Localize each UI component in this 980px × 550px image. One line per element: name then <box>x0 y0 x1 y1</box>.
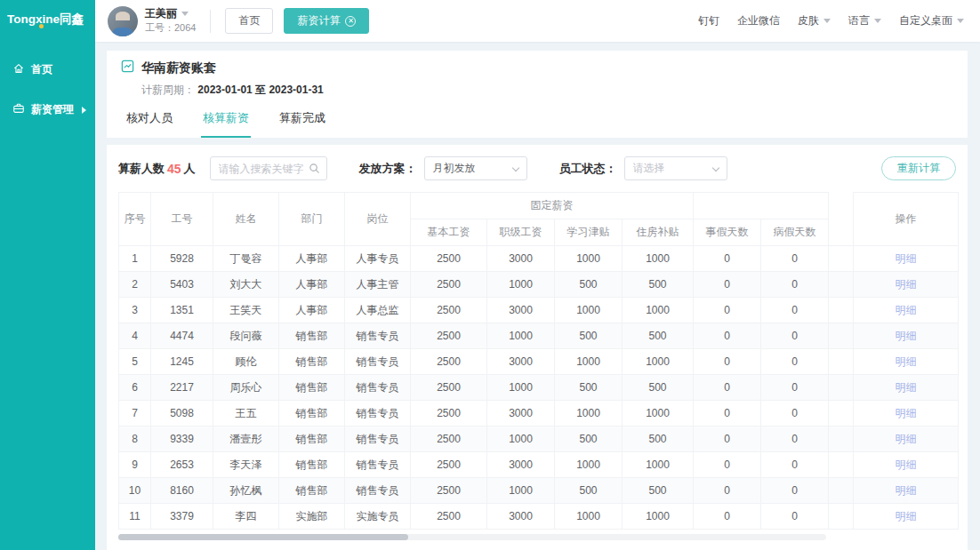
cell-姓名: 周乐心 <box>213 375 279 401</box>
cell-事假天数: 0 <box>694 452 761 478</box>
logo-accent-dot <box>39 24 44 28</box>
filler-cell <box>829 246 854 272</box>
table-row: 62217周乐心销售部销售专员2500100050050000明细 <box>119 375 959 401</box>
cell-学习津贴: 1000 <box>555 452 623 478</box>
user-name: 王美丽 <box>145 7 177 20</box>
cell-事假天数: 0 <box>694 349 761 375</box>
nav-tab-home[interactable]: 首页 <box>225 8 273 34</box>
user-block[interactable]: 王美丽 工号：2064 <box>145 7 196 35</box>
cell-学习津贴: 1000 <box>555 349 623 375</box>
filler-cell <box>829 298 854 323</box>
payroll-header-card: 华南薪资账套 计薪周期： 2023-01-01 至 2023-01-31 核对人… <box>107 51 968 138</box>
search-icon[interactable] <box>309 162 320 178</box>
tab-check-personnel[interactable]: 核对人员 <box>125 108 174 138</box>
cell-住房补贴: 1000 <box>623 298 694 323</box>
cell-岗位: 销售专员 <box>345 375 411 401</box>
detail-link[interactable]: 明细 <box>896 304 917 316</box>
user-avatar[interactable] <box>108 6 138 36</box>
close-icon[interactable]: ✕ <box>345 16 356 27</box>
sidebar-item-salary-management[interactable]: 薪资管理 <box>0 94 95 125</box>
cell-岗位: 销售专员 <box>345 426 411 452</box>
detail-link[interactable]: 明细 <box>896 484 917 497</box>
detail-link[interactable]: 明细 <box>896 355 917 368</box>
menu-item-skin[interactable]: 皮肤 <box>798 13 831 28</box>
cell-工号: 1351 <box>151 298 213 323</box>
menu-item-dingtalk[interactable]: 钉钉 <box>698 13 719 28</box>
cell-姓名: 李四 <box>213 504 279 530</box>
tab-salary-complete[interactable]: 算薪完成 <box>277 108 327 138</box>
cell-工号: 5098 <box>151 401 213 426</box>
filler-cell <box>829 478 854 504</box>
cell-姓名: 刘大大 <box>213 272 279 298</box>
cell-事假天数: 0 <box>694 375 761 401</box>
menu-item-wechat-work[interactable]: 企业微信 <box>737 13 780 28</box>
table-row: 25403刘大大人事部人事主管2500100050050000明细 <box>119 272 959 298</box>
cell-职级工资: 1000 <box>487 426 555 452</box>
cell-病假天数: 0 <box>761 298 829 323</box>
cell-序号: 3 <box>119 298 151 323</box>
app-window: Tongxine同鑫 首页 薪资管理 王美丽 <box>0 0 980 550</box>
page-title: 华南薪资账套 <box>141 60 216 76</box>
cell-部门: 销售部 <box>279 452 345 478</box>
cell-序号: 2 <box>119 272 151 298</box>
col-操作: 操作 <box>854 193 959 246</box>
cell-岗位: 人事专员 <box>345 246 411 272</box>
cell-姓名: 王笑天 <box>213 298 279 323</box>
cell-部门: 销售部 <box>279 401 345 426</box>
payout-plan-value: 月初发放 <box>433 161 476 176</box>
chevron-right-icon <box>82 107 86 114</box>
col-group-fixed-salary: 固定薪资 <box>411 193 694 219</box>
cell-病假天数: 0 <box>761 375 829 401</box>
cell-住房补贴: 1000 <box>623 452 694 478</box>
cell-姓名: 王五 <box>213 401 279 426</box>
chevron-down-icon <box>511 164 518 171</box>
detail-link[interactable]: 明细 <box>896 278 917 291</box>
nav-tab-salary-calc[interactable]: 薪资计算 ✕ <box>284 8 369 34</box>
cell-职级工资: 3000 <box>487 401 555 426</box>
employee-status-select[interactable]: 请选择 <box>624 156 727 180</box>
detail-link[interactable]: 明细 <box>896 381 917 394</box>
table-row: 92653李天泽销售部销售专员250030001000100000明细 <box>119 452 959 478</box>
payroll-set-icon <box>121 60 134 76</box>
detail-link[interactable]: 明细 <box>896 407 917 419</box>
cell-操作: 明细 <box>854 323 959 349</box>
cell-事假天数: 0 <box>694 478 761 504</box>
cell-住房补贴: 500 <box>623 426 694 452</box>
scrollbar-thumb[interactable] <box>118 534 408 540</box>
detail-link[interactable]: 明细 <box>896 252 917 265</box>
topbar: 王美丽 工号：2064 首页 薪资计算 ✕ 钉钉 企业微信 皮肤 <box>95 0 980 42</box>
cell-岗位: 销售专员 <box>345 349 411 375</box>
search-box <box>210 156 327 180</box>
detail-link[interactable]: 明细 <box>896 330 917 342</box>
cell-住房补贴: 1000 <box>623 349 694 375</box>
cell-病假天数: 0 <box>761 426 829 452</box>
sidebar: Tongxine同鑫 首页 薪资管理 <box>0 0 95 550</box>
table-header: 序号 工号 姓名 部门 岗位 固定薪资 操作 基 <box>119 193 959 246</box>
col-职级工资: 职级工资 <box>487 219 555 246</box>
cell-序号: 8 <box>119 426 151 452</box>
cell-序号: 7 <box>119 401 151 426</box>
detail-link[interactable]: 明细 <box>896 510 917 522</box>
menu-label: 语言 <box>848 13 870 28</box>
payout-plan-select[interactable]: 月初发放 <box>424 156 527 180</box>
chevron-down-icon <box>823 19 831 23</box>
cell-姓名: 丁曼容 <box>213 246 279 272</box>
cell-部门: 人事部 <box>279 272 345 298</box>
cell-基本工资: 2500 <box>411 426 487 452</box>
sidebar-item-home[interactable]: 首页 <box>0 54 95 85</box>
cell-岗位: 销售专员 <box>345 452 411 478</box>
cell-操作: 明细 <box>854 349 959 375</box>
menu-item-language[interactable]: 语言 <box>848 13 881 28</box>
detail-link[interactable]: 明细 <box>896 458 917 471</box>
cell-序号: 5 <box>119 349 151 375</box>
detail-link[interactable]: 明细 <box>896 433 917 445</box>
menu-item-custom-desktop[interactable]: 自定义桌面 <box>899 13 964 28</box>
cell-病假天数: 0 <box>761 401 829 426</box>
recalculate-button[interactable]: 重新计算 <box>881 156 956 180</box>
horizontal-scrollbar[interactable] <box>118 534 826 540</box>
cell-岗位: 销售专员 <box>345 323 411 349</box>
tab-calculate-salary[interactable]: 核算薪资 <box>201 108 251 138</box>
cell-部门: 销售部 <box>279 375 345 401</box>
cell-住房补贴: 1000 <box>623 504 694 530</box>
filler-cell <box>829 375 854 401</box>
